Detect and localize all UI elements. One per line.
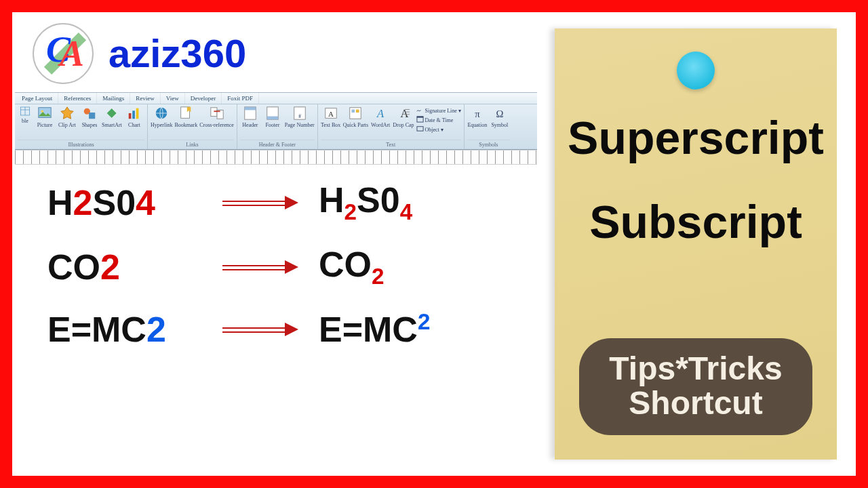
hyperlink-icon[interactable]: Hyperlink [151,106,172,128]
tab-review[interactable]: Review [130,93,161,104]
smartart-icon[interactable]: SmartArt [102,106,122,128]
logo-letter-a: A [60,35,84,72]
pagenum-icon[interactable]: #Page Number [285,106,315,128]
svg-rect-17 [267,117,279,120]
arrow-icon [222,265,297,269]
group-symbols: πEquation ΩSymbol Symbols [465,104,513,149]
tips-pill: Tips*Tricks Shortcut [579,338,812,435]
group-illustrations: ble Picture Clip Art Shapes SmartArt Cha… [15,104,148,149]
svg-rect-31 [416,117,422,118]
pushpin-dot [677,52,715,89]
svg-text:A: A [376,107,384,120]
svg-text:Ω: Ω [496,108,503,119]
svg-point-4 [41,110,44,113]
bookmark-icon[interactable]: Bookmark [174,106,197,128]
card-title-2: Subscript [555,198,837,246]
sample-before: CO2 [47,249,201,285]
equation-icon[interactable]: πEquation [467,106,488,128]
signature-line-cmd[interactable]: Signature Line ▾ [416,106,461,115]
text-side-commands: Signature Line ▾ Date & Time Object ▾ [416,106,461,134]
channel-logo: C A [33,23,94,84]
sample-row: H2S04 H2S04 [47,182,541,224]
sample-lines: H2S04 H2S04 CO2 CO2 E=MC2 E=MC2 [12,165,541,348]
svg-rect-7 [129,113,132,119]
pill-line2: Shortcut [585,386,807,420]
sample-row: E=MC2 E=MC2 [47,310,541,347]
symbol-icon[interactable]: ΩSymbol [490,106,510,128]
group-text: AText Box Quick Parts AWordArt ADrop Cap… [318,104,465,149]
right-panel: Superscript Subscript Tips*Tricks Shortc… [541,12,856,476]
card-title-1: Superscript [555,114,837,162]
quickparts-icon[interactable]: Quick Parts [343,106,369,128]
sample-after: E=MC2 [319,310,461,347]
svg-rect-6 [89,113,95,119]
ribbon-body: ble Picture Clip Art Shapes SmartArt Cha… [15,104,537,149]
footer-icon[interactable]: Footer [262,106,283,128]
svg-text:π: π [475,108,480,119]
red-frame: C A aziz360 Page Layout References Maili… [0,0,868,488]
tab-developer[interactable]: Developer [185,93,222,104]
tab-foxit-pdf[interactable]: Foxit PDF [222,93,259,104]
channel-name: aziz360 [108,34,246,73]
sample-after: CO2 [319,247,461,288]
tab-view[interactable]: View [161,93,185,104]
svg-rect-23 [352,110,355,113]
pill-line1: Tips*Tricks [585,352,807,386]
crossref-icon[interactable]: Cross-reference [199,106,234,128]
arrow-icon [222,327,297,331]
svg-rect-8 [132,110,135,119]
dropcap-icon[interactable]: ADrop Cap [393,106,414,128]
horizontal-ruler [15,150,537,165]
date-time-cmd[interactable]: Date & Time [416,115,461,124]
table-icon-fragment[interactable]: ble [18,106,33,124]
picture-icon[interactable]: Picture [35,106,55,128]
shapes-icon[interactable]: Shapes [79,106,100,128]
arrow-icon [222,201,297,205]
svg-rect-15 [245,107,256,110]
sample-before: H2S04 [47,185,201,220]
sample-row: CO2 CO2 [47,247,541,288]
tab-mailings[interactable]: Mailings [97,93,130,104]
group-label: Illustrations [18,140,144,149]
textbox-icon[interactable]: AText Box [321,106,341,128]
sample-after: H2S04 [319,182,461,224]
ribbon-tabs[interactable]: Page Layout References Mailings Review V… [15,93,537,104]
tab-page-layout[interactable]: Page Layout [16,93,58,104]
clipart-icon[interactable]: Clip Art [57,106,77,128]
tab-references[interactable]: References [58,93,97,104]
svg-text:#: # [298,113,301,119]
header-icon[interactable]: Header [240,106,260,128]
sample-before: E=MC2 [47,312,201,347]
sticky-note-card: Superscript Subscript Tips*Tricks Shortc… [555,28,837,460]
svg-rect-24 [356,110,359,113]
svg-rect-9 [136,108,139,119]
group-header-footer: Header Footer #Page Number Header & Foot… [237,104,318,149]
svg-text:A: A [328,110,334,118]
wordart-icon[interactable]: AWordArt [370,106,391,128]
chart-icon[interactable]: Chart [124,106,144,128]
brand-row: C A aziz360 [12,12,541,92]
group-links: Hyperlink Bookmark Cross-reference Links [148,104,237,149]
left-panel: C A aziz360 Page Layout References Maili… [12,12,541,476]
object-cmd[interactable]: Object ▾ [416,125,461,134]
word-ribbon: Page Layout References Mailings Review V… [15,92,537,150]
svg-rect-22 [350,108,361,119]
svg-rect-32 [416,127,422,131]
